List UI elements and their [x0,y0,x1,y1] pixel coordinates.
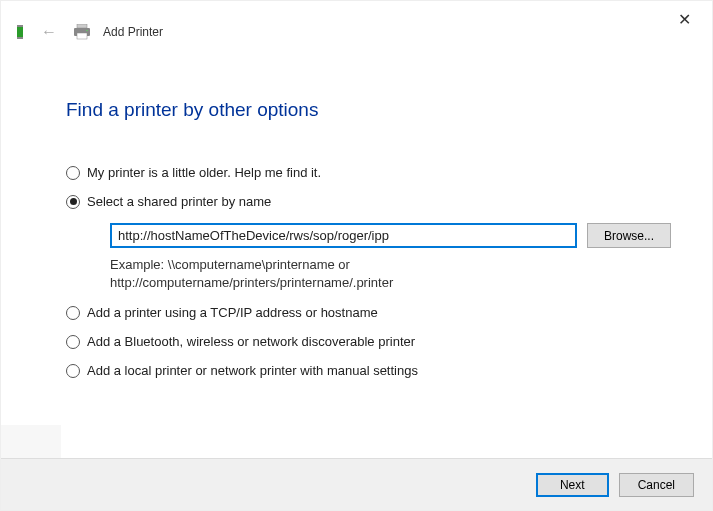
option-local[interactable]: Add a local printer or network printer w… [66,363,692,378]
window-title: Add Printer [103,25,163,39]
svg-point-6 [86,30,88,32]
header-row: ← Add Printer [13,23,163,41]
dialog-window: ✕ ← Add Printer Find a printer by other … [0,0,713,511]
radio-checked-icon [66,195,80,209]
option-label: My printer is a little older. Help me fi… [87,165,321,180]
printer-icon [73,24,91,40]
close-button[interactable]: ✕ [670,7,698,31]
svg-rect-3 [77,24,87,28]
next-button[interactable]: Next [536,473,609,497]
browse-button[interactable]: Browse... [587,223,671,248]
option-older-printer[interactable]: My printer is a little older. Help me fi… [66,165,692,180]
radio-unchecked-icon [66,166,80,180]
svg-rect-2 [17,37,23,39]
svg-rect-5 [77,33,87,39]
url-input-row: Browse... [110,223,692,248]
options-area: My printer is a little older. Help me fi… [66,165,692,392]
back-button[interactable]: ← [41,24,57,40]
option-label: Add a Bluetooth, wireless or network dis… [87,334,415,349]
shared-printer-url-input[interactable] [110,223,577,248]
example-line-1: Example: \\computername\printername or [110,256,692,274]
close-icon: ✕ [678,10,691,29]
footer-bar: Next Cancel [1,458,712,510]
radio-unchecked-icon [66,306,80,320]
page-title: Find a printer by other options [66,99,318,121]
radio-unchecked-icon [66,335,80,349]
option-label: Select a shared printer by name [87,194,271,209]
svg-rect-1 [17,25,23,27]
option-bluetooth[interactable]: Add a Bluetooth, wireless or network dis… [66,334,692,349]
option-tcpip[interactable]: Add a printer using a TCP/IP address or … [66,305,692,320]
wizard-icon [13,23,27,41]
radio-unchecked-icon [66,364,80,378]
option-shared-printer[interactable]: Select a shared printer by name [66,194,692,209]
cancel-button[interactable]: Cancel [619,473,694,497]
example-line-2: http://computername/printers/printername… [110,274,692,292]
example-text: Example: \\computername\printername or h… [110,256,692,291]
option-label: Add a local printer or network printer w… [87,363,418,378]
option-label: Add a printer using a TCP/IP address or … [87,305,378,320]
svg-rect-0 [17,27,23,37]
